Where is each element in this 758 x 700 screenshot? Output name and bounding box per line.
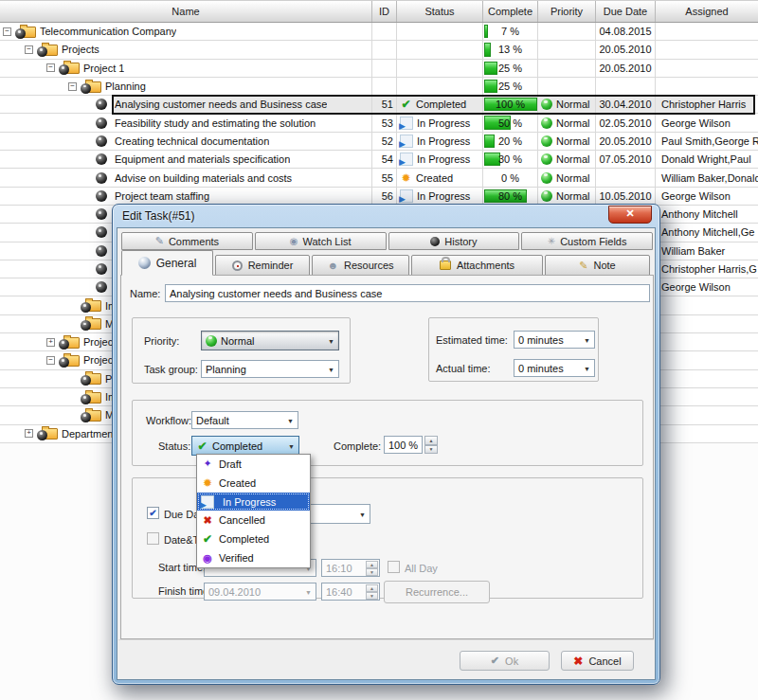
row-id: 55 bbox=[372, 169, 397, 187]
priority-green-icon bbox=[206, 335, 217, 347]
row-due-date: 30.04.2010 bbox=[596, 96, 656, 114]
col-header-due-date[interactable]: Due Date bbox=[596, 1, 656, 22]
tab-watch-list[interactable]: ◉Watch List bbox=[255, 232, 387, 250]
folder-icon bbox=[37, 426, 58, 440]
tab-comments[interactable]: ✎Comments bbox=[121, 232, 253, 250]
row-complete: 7 % bbox=[483, 23, 538, 41]
complete-label: Complete: bbox=[334, 440, 381, 452]
col-header-complete[interactable]: Complete bbox=[483, 1, 538, 22]
status-combobox-open[interactable]: ✔ Completed ▼ bbox=[191, 436, 299, 456]
workflow-combobox[interactable]: Default ▼ bbox=[191, 411, 298, 429]
row-name-label: Planning bbox=[105, 81, 146, 92]
ok-check-icon: ✔ bbox=[491, 655, 499, 667]
table-row[interactable]: Analysing customer needs and Business ca… bbox=[0, 96, 758, 114]
row-complete: 0 % bbox=[483, 169, 538, 187]
tab-general[interactable]: General bbox=[121, 250, 213, 276]
complete-percent-input[interactable]: 100 % bbox=[384, 436, 423, 454]
dropdown-item-completed[interactable]: ✔Completed bbox=[197, 529, 310, 548]
dropdown-item-cancelled[interactable]: ✖Cancelled bbox=[197, 511, 310, 529]
row-status bbox=[397, 23, 483, 41]
workflow-label: Workflow: bbox=[146, 415, 191, 426]
row-due-date: 07.05.2010 bbox=[596, 151, 656, 169]
tree-collapse-icon[interactable]: − bbox=[25, 45, 33, 54]
task-group-combobox[interactable]: Planning ▼ bbox=[201, 360, 339, 378]
row-assigned bbox=[656, 60, 758, 78]
recurrence-button[interactable]: Recurrence... bbox=[384, 581, 490, 603]
task-group-label: Task group: bbox=[144, 364, 198, 375]
cancelled-icon: ✖ bbox=[201, 514, 214, 527]
tree-expand-icon[interactable]: + bbox=[25, 429, 33, 438]
table-row[interactable]: Feasibility study and estimating the sol… bbox=[0, 114, 758, 132]
folder-icon bbox=[81, 298, 101, 313]
tab-note[interactable]: ✎Note bbox=[545, 255, 650, 276]
col-header-id[interactable]: ID bbox=[372, 1, 397, 22]
complete-spinner[interactable]: ▲▼ bbox=[424, 436, 438, 454]
chevron-down-icon: ▼ bbox=[305, 588, 312, 595]
row-priority: Normal bbox=[538, 96, 596, 114]
table-row[interactable]: Equipment and materials specification54▶… bbox=[0, 151, 758, 169]
row-complete: 25 % bbox=[483, 78, 538, 96]
completed-check-icon: ✔ bbox=[196, 440, 208, 453]
col-header-priority[interactable]: Priority bbox=[538, 1, 596, 22]
priority-combobox[interactable]: Normal ▼ bbox=[201, 331, 339, 350]
col-header-status[interactable]: Status bbox=[397, 1, 483, 22]
tree-collapse-icon[interactable]: − bbox=[46, 63, 55, 72]
tree-collapse-icon[interactable]: − bbox=[3, 27, 11, 36]
table-row[interactable]: Creating technical documentation52▶In Pr… bbox=[0, 133, 758, 151]
tab-attachments[interactable]: Attachments bbox=[411, 255, 543, 276]
table-row[interactable]: −Projects13 %20.05.2010 bbox=[0, 41, 758, 59]
row-complete: 50 % bbox=[483, 114, 538, 132]
col-header-assigned[interactable]: Assigned bbox=[656, 1, 758, 22]
estimated-time-combobox[interactable]: 0 minutes ▼ bbox=[514, 331, 595, 349]
col-header-name[interactable]: Name bbox=[0, 1, 372, 22]
all-day-label: All Day bbox=[405, 563, 438, 574]
chevron-down-icon: ▼ bbox=[359, 511, 366, 517]
task-icon bbox=[96, 117, 107, 129]
general-icon bbox=[138, 257, 151, 269]
ok-button[interactable]: ✔ Ok bbox=[460, 651, 550, 671]
task-icon bbox=[96, 208, 107, 220]
close-button[interactable]: ✕ bbox=[608, 206, 652, 224]
row-name-label: Creating technical documentation bbox=[115, 135, 269, 147]
row-due-date: 20.05.2010 bbox=[596, 41, 656, 59]
cancel-button[interactable]: ✖ Cancel bbox=[561, 651, 634, 671]
in-progress-icon: ▶ bbox=[400, 189, 413, 203]
row-assigned: William Baker,Donald bbox=[656, 169, 758, 187]
tab-resources[interactable]: ☻Resources bbox=[312, 255, 409, 276]
tab-history[interactable]: History bbox=[388, 232, 520, 250]
folder-icon bbox=[81, 390, 101, 404]
due-date-checkbox[interactable]: ✔ bbox=[147, 507, 159, 519]
priority-green-icon bbox=[541, 135, 552, 147]
row-name-label: Telecommunication Company bbox=[40, 26, 176, 37]
table-row[interactable]: −Project 125 %20.05.2010 bbox=[0, 60, 758, 78]
row-priority: Normal bbox=[538, 151, 596, 169]
progress-bar bbox=[484, 43, 491, 56]
row-id bbox=[372, 23, 397, 41]
tab-reminder[interactable]: Reminder bbox=[215, 255, 310, 276]
table-row[interactable]: −Planning25 % bbox=[0, 78, 758, 96]
row-assigned: William Baker bbox=[656, 242, 758, 260]
row-assigned: George Wilson bbox=[656, 188, 758, 206]
row-priority bbox=[538, 78, 596, 96]
table-row[interactable]: Advise on building materials and costs55… bbox=[0, 169, 758, 187]
dropdown-item-created[interactable]: ✹Created bbox=[197, 474, 310, 493]
tree-expand-icon[interactable]: + bbox=[46, 338, 55, 347]
table-row[interactable]: −Telecommunication Company7 %04.08.2015 bbox=[0, 23, 758, 41]
dropdown-item-draft[interactable]: ✦Draft bbox=[197, 455, 310, 474]
tree-collapse-icon[interactable]: − bbox=[46, 356, 55, 365]
row-id: 54 bbox=[372, 151, 397, 169]
tab-custom-fields[interactable]: ✳Custom Fields bbox=[521, 232, 653, 250]
row-assigned: Donald Wright,Paul bbox=[656, 151, 758, 169]
task-icon bbox=[96, 190, 107, 202]
dropdown-item-in-progress[interactable]: ▶In Progress bbox=[197, 493, 310, 512]
row-name-label: Project 1 bbox=[83, 63, 124, 74]
dropdown-item-verified[interactable]: ◉Verified bbox=[197, 548, 310, 567]
tree-collapse-icon[interactable]: − bbox=[68, 82, 77, 91]
datetime-checkbox[interactable] bbox=[147, 532, 159, 545]
history-icon bbox=[430, 237, 440, 246]
task-name-input[interactable]: Analysing customer needs and Business ca… bbox=[165, 284, 650, 302]
actual-time-combobox[interactable]: 0 minutes ▼ bbox=[514, 359, 595, 377]
task-icon bbox=[96, 226, 107, 238]
row-assigned bbox=[656, 388, 758, 406]
chevron-down-icon: ▼ bbox=[328, 366, 334, 372]
